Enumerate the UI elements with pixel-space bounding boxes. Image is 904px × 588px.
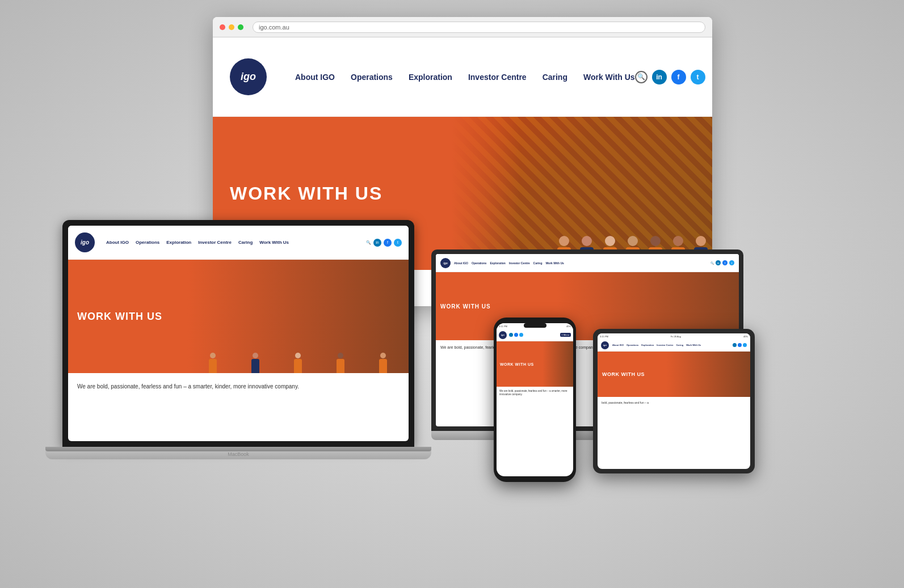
desktop-linkedin-icon[interactable]: in [652, 70, 667, 84]
iphone-device: 3:11 PM Fri 28 Aug 40% igo ≡ Menu [494, 318, 585, 488]
tablet-logo[interactable]: igo [601, 341, 609, 349]
iphone-linkedin-icon[interactable] [509, 333, 513, 337]
iphone-facebook-icon[interactable] [514, 333, 518, 337]
laptop-body-text: We are bold, passionate, fearless and fu… [68, 373, 409, 400]
desktop-site-header: igo About IGO Operations Exploration Inv… [213, 37, 712, 117]
laptop-nav-investor[interactable]: Investor Centre [198, 240, 232, 245]
desktop-hero-gradient [438, 117, 712, 270]
desktop-search-icon[interactable]: 🔍 [635, 71, 647, 83]
laptop-nav-operations[interactable]: Operations [136, 240, 159, 245]
mbp-nav-work[interactable]: Work With Us [545, 261, 564, 265]
tablet-linkedin-icon[interactable] [733, 343, 737, 347]
tablet-nav-about[interactable]: About IGO [612, 344, 624, 346]
laptop-nav: About IGO Operations Exploration Investo… [106, 240, 366, 245]
iphone-workers-bg [543, 341, 573, 387]
tablet-facebook-icon[interactable] [738, 343, 742, 347]
mbp-facebook-icon[interactable]: f [722, 260, 728, 265]
desktop-twitter-icon[interactable]: t [691, 70, 705, 84]
laptop-search-icon[interactable]: 🔍 [366, 240, 371, 245]
tablet-nav: About IGO Operations Exploration Investo… [612, 344, 733, 346]
desktop-nav: About IGO Operations Exploration Investo… [295, 73, 635, 82]
desktop-hero-text-block: WORK WITH US [213, 183, 382, 204]
tablet-nav-investor[interactable]: Investor Centre [657, 344, 673, 346]
desktop-nav-about[interactable]: About IGO [295, 73, 335, 82]
laptop-twitter-icon[interactable]: t [394, 239, 402, 247]
laptop-screen: igo About IGO Operations Exploration Inv… [68, 226, 409, 441]
l-worker-4 [320, 353, 360, 373]
tablet-screen: 3:15 PM Fri 28 Aug 40% igo About IGO Ope… [598, 333, 750, 469]
mbp-nav-right: 🔍 in f t [710, 260, 734, 265]
laptop-nav-work[interactable]: Work With Us [259, 240, 289, 245]
desktop-logo[interactable]: igo [230, 58, 267, 95]
laptop-device: igo About IGO Operations Exploration Inv… [45, 220, 431, 498]
desktop-nav-work[interactable]: Work With Us [583, 73, 635, 82]
tablet-hero-title: WORK WITH US [598, 371, 645, 377]
laptop-facebook-icon[interactable]: f [384, 239, 392, 247]
laptop-site-header: igo About IGO Operations Exploration Inv… [68, 226, 409, 260]
laptop-logo[interactable]: igo [75, 232, 95, 252]
mbp-nav-exploration[interactable]: Exploration [490, 261, 506, 265]
l-worker-1 [193, 353, 233, 373]
tablet-site-header: igo About IGO Operations Exploration Inv… [598, 339, 750, 352]
mbp-nav-caring[interactable]: Caring [533, 261, 543, 265]
tablet-twitter-icon[interactable] [743, 343, 747, 347]
laptop-linkedin-icon[interactable]: in [373, 239, 381, 247]
browser-bar: igo.com.au [213, 17, 712, 37]
mbp-logo[interactable]: igo [440, 258, 451, 268]
iphone-logo[interactable]: igo [499, 331, 507, 339]
desktop-nav-exploration[interactable]: Exploration [409, 73, 452, 82]
laptop-logo-text: igo [81, 239, 89, 246]
laptop-bottom-bar [45, 447, 431, 451]
tablet-nav-exploration[interactable]: Exploration [641, 344, 654, 346]
tablet-device: 3:15 PM Fri 28 Aug 40% igo About IGO Ope… [593, 329, 758, 476]
laptop-hero-title: WORK WITH US [68, 311, 162, 323]
browser-close-dot [220, 24, 225, 30]
iphone-hero-title: WORK WITH US [497, 362, 534, 366]
iphone-time: 3:11 PM [499, 325, 507, 328]
desktop-nav-caring[interactable]: Caring [543, 73, 567, 82]
laptop-nav-exploration[interactable]: Exploration [166, 240, 191, 245]
browser-minimize-dot [229, 24, 234, 30]
laptop-nav-about[interactable]: About IGO [106, 240, 129, 245]
tablet-date: Fri 28 Aug [671, 335, 681, 338]
laptop-nav-right: 🔍 in f t [366, 239, 402, 247]
mbp-site-header: igo About IGO Operations Exploration Inv… [436, 254, 739, 272]
laptop-worker-row [187, 260, 409, 373]
tablet-battery: 40% [743, 335, 748, 338]
desktop-facebook-icon[interactable]: f [671, 70, 686, 84]
l-worker-2 [236, 353, 276, 373]
desktop-nav-right: 🔍 in f t [635, 70, 705, 84]
tablet-nav-right [733, 343, 747, 347]
desktop-logo-text: igo [241, 71, 256, 83]
laptop-hero: WORK WITH US [68, 260, 409, 373]
mbp-nav: About IGO Operations Exploration Investo… [454, 261, 710, 265]
desktop-nav-operations[interactable]: Operations [351, 73, 393, 82]
iphone-menu-button[interactable]: ≡ Menu [560, 333, 571, 337]
tablet-body-text: bold, passionate, fearless and fun – a [598, 397, 750, 409]
laptop-nav-caring[interactable]: Caring [238, 240, 253, 245]
laptop-workers-bg [187, 260, 409, 373]
iphone-screen: 3:11 PM Fri 28 Aug 40% igo ≡ Menu [497, 323, 573, 476]
iphone-notch [524, 323, 546, 328]
tablet-time: 3:15 PM [600, 335, 608, 338]
iphone-social-row [509, 333, 523, 337]
iphone-body-text: We are bold, passionate, fearless and fu… [497, 387, 573, 400]
l-worker-3 [278, 353, 318, 373]
iphone-twitter-icon[interactable] [519, 333, 523, 337]
mbp-search-icon[interactable]: 🔍 [710, 261, 714, 265]
mbp-twitter-icon[interactable]: t [729, 260, 734, 265]
mbp-nav-operations[interactable]: Operations [472, 261, 486, 265]
browser-maximize-dot [238, 24, 243, 30]
iphone-site-header: igo ≡ Menu [497, 329, 573, 341]
mbp-nav-about[interactable]: About IGO [454, 261, 468, 265]
tablet-nav-work[interactable]: Work With Us [686, 344, 701, 346]
mbp-nav-investor[interactable]: Investor Centre [509, 261, 530, 265]
tablet-nav-caring[interactable]: Caring [676, 344, 683, 346]
desktop-hero-title: WORK WITH US [230, 183, 382, 204]
tablet-nav-operations[interactable]: Operations [627, 344, 638, 346]
iphone-battery: 40% [566, 325, 571, 328]
laptop-screen-area: igo About IGO Operations Exploration Inv… [62, 220, 414, 447]
mbp-linkedin-icon[interactable]: in [716, 260, 721, 265]
tablet-workers-bg [666, 352, 750, 397]
desktop-nav-investor[interactable]: Investor Centre [468, 73, 527, 82]
